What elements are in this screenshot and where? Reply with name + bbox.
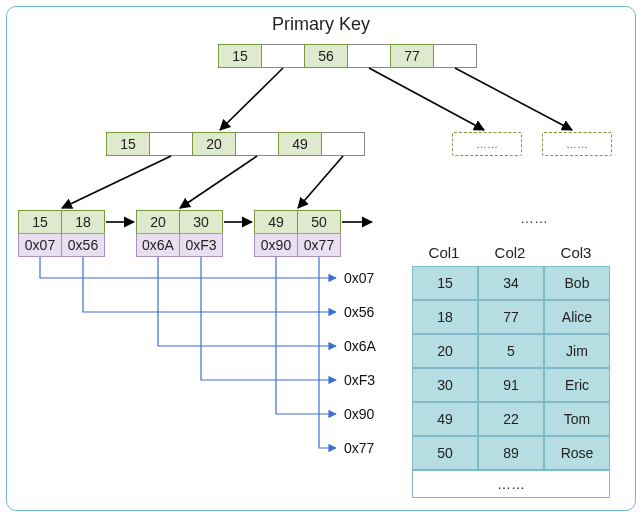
- mid-key-1: 20: [192, 132, 236, 156]
- td-r1c0: 18: [412, 300, 478, 334]
- leaf0-ptr-1: 0x56: [61, 233, 105, 257]
- td-r0c0: 15: [412, 266, 478, 300]
- root-blank-2: [433, 44, 477, 68]
- follow-ptr-5: 0x77: [344, 440, 374, 456]
- follow-ptr-4: 0x90: [344, 406, 374, 422]
- mid-blank-0: [149, 132, 193, 156]
- td-r5c1: 89: [478, 436, 544, 470]
- td-r1c2: Alice: [544, 300, 610, 334]
- td-r2c2: Jim: [544, 334, 610, 368]
- placeholder-node-0: ……: [452, 132, 522, 156]
- td-r2c0: 20: [412, 334, 478, 368]
- follow-ptr-2: 0x6A: [344, 338, 376, 354]
- follow-ptr-1: 0x56: [344, 304, 374, 320]
- mid-blank-2: [321, 132, 365, 156]
- td-r3c2: Eric: [544, 368, 610, 402]
- placeholder-node-1: ……: [542, 132, 612, 156]
- mid-blank-1: [235, 132, 279, 156]
- th-col3: Col3: [544, 240, 608, 266]
- td-r0c1: 34: [478, 266, 544, 300]
- th-col2: Col2: [478, 240, 542, 266]
- leaf2-ptr-0: 0x90: [254, 233, 298, 257]
- diagram-title: Primary Key: [0, 14, 642, 35]
- leaf2-ptr-1: 0x77: [297, 233, 341, 257]
- root-key-2: 77: [390, 44, 434, 68]
- leaf1-key-0: 20: [136, 210, 180, 234]
- td-r1c1: 77: [478, 300, 544, 334]
- leaf0-key-1: 18: [61, 210, 105, 234]
- td-r0c2: Bob: [544, 266, 610, 300]
- leaf2-key-0: 49: [254, 210, 298, 234]
- leaf1-ptr-0: 0x6A: [136, 233, 180, 257]
- leaf0-key-0: 15: [18, 210, 62, 234]
- follow-ptr-3: 0xF3: [344, 372, 375, 388]
- td-r5c0: 50: [412, 436, 478, 470]
- leaf-ellipsis: ……: [520, 210, 548, 226]
- root-key-0: 15: [218, 44, 262, 68]
- td-r3c1: 91: [478, 368, 544, 402]
- leaf2-key-1: 50: [297, 210, 341, 234]
- root-key-1: 56: [304, 44, 348, 68]
- root-blank-1: [347, 44, 391, 68]
- td-r3c0: 30: [412, 368, 478, 402]
- td-r4c2: Tom: [544, 402, 610, 436]
- follow-ptr-0: 0x07: [344, 270, 374, 286]
- mid-key-2: 49: [278, 132, 322, 156]
- table-footer: ……: [412, 470, 610, 498]
- mid-key-0: 15: [106, 132, 150, 156]
- td-r2c1: 5: [478, 334, 544, 368]
- td-r4c0: 49: [412, 402, 478, 436]
- th-col1: Col1: [412, 240, 476, 266]
- leaf0-ptr-0: 0x07: [18, 233, 62, 257]
- leaf1-key-1: 30: [179, 210, 223, 234]
- td-r5c2: Rose: [544, 436, 610, 470]
- td-r4c1: 22: [478, 402, 544, 436]
- leaf1-ptr-1: 0xF3: [179, 233, 223, 257]
- root-blank-0: [261, 44, 305, 68]
